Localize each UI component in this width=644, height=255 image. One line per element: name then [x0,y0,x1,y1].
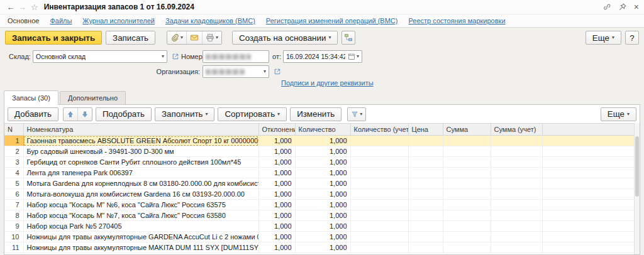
menu-item-registracia-izmeneniy[interactable]: Регистрация изменений операций (ВМС) [266,17,398,24]
cell-nomenclature[interactable]: Бур садовый шнековый - 39491-300 D-300 м… [23,146,258,157]
cell-sum-acc[interactable] [491,168,542,178]
send-email-button[interactable] [186,31,202,44]
cell-price[interactable] [408,200,443,210]
subordination-structure-button[interactable] [341,31,355,45]
get-link-button[interactable] [602,3,611,11]
organization-open-button[interactable] [272,65,283,78]
sort-button[interactable]: Сортировать ▾ [218,107,287,121]
cell-nomenclature[interactable]: Набор косца "Косарь М" №6, коса "Сайга Л… [23,200,258,210]
cell-deviation[interactable]: 1,000 [258,242,295,253]
forward-button[interactable]: → [16,1,28,13]
cell-nomenclature[interactable]: Ножницы для травы аккумуляторные MAKITA … [23,242,258,253]
print-button[interactable]: ▾ [202,31,221,44]
attached-files-button[interactable]: ▾ [167,31,186,44]
col-header-quantity-acc[interactable]: Количество (учет) [350,124,408,136]
cell-quantity-acc[interactable] [350,221,408,232]
col-header-deviation[interactable]: Отклонение [258,124,295,136]
cell-quantity-acc[interactable] [350,242,408,253]
menu-item-zadachi-kladovschikov[interactable]: Задачи кладовщиков (ВМС) [165,17,255,24]
cell-price[interactable] [408,232,443,242]
table-row[interactable]: 2 Бур садовый шнековый - 39491-300 D-300… [4,146,640,157]
table-row[interactable]: 9 Набор косца Park №5 270405 1,000 1,000 [4,221,640,232]
help-button[interactable]: ? [625,31,639,45]
table-row[interactable]: 5 Мотыга Gardena для корнеплодных 8 см 0… [4,178,640,189]
move-row-up-button[interactable] [64,108,77,121]
cell-price[interactable] [408,136,443,146]
cell-price[interactable] [408,189,443,200]
scrollbar-thumb[interactable] [635,136,639,197]
filter-button[interactable]: ▾ [348,108,365,121]
cell-sum[interactable] [443,178,491,189]
cell-sum-acc[interactable] [491,189,542,200]
fill-button[interactable]: Заполнить ▾ [155,107,214,121]
cell-sum-acc[interactable] [491,210,542,221]
cell-sum-acc[interactable] [491,232,542,242]
calendar-icon[interactable] [348,53,355,60]
warehouse-open-button[interactable] [170,50,181,63]
cell-sum[interactable] [443,232,491,242]
menu-item-zhurnal-ispolniteley[interactable]: Журнал исполнителей [82,17,155,24]
cell-sum-acc[interactable] [491,157,542,168]
pin-button[interactable] [618,3,627,11]
cell-quantity[interactable]: 1,000 [295,232,350,242]
col-header-price[interactable]: Цена [408,124,443,136]
edit-button[interactable]: Изменить [290,107,341,121]
chevron-down-icon[interactable]: ▾ [159,54,164,59]
cell-quantity-acc[interactable] [350,189,408,200]
cell-quantity[interactable]: 1,000 [295,221,350,232]
create-based-on-button[interactable]: Создать на основании ▾ [232,31,338,45]
cell-sum[interactable] [443,136,491,146]
signatures-link[interactable]: Подписи и другие реквизиты [281,79,374,87]
tab-dopolnitelno[interactable]: Дополнительно [60,91,126,104]
back-button[interactable]: ← [5,1,16,13]
col-header-n[interactable]: N [4,124,23,136]
cell-price[interactable] [408,146,443,157]
cell-quantity-acc[interactable] [350,200,408,210]
cell-quantity-acc[interactable] [350,146,408,157]
save-button[interactable]: Записать [106,31,155,45]
cell-sum[interactable] [443,200,491,210]
table-row[interactable]: 8 Набор косца "Косарь М" №7, коса "Сайга… [4,210,640,221]
cell-quantity[interactable]: 1,000 [295,168,350,178]
col-header-nomenclature[interactable]: Номенклатура [23,124,258,136]
cell-sum[interactable] [443,157,491,168]
menu-item-reestr-markirovki[interactable]: Реестр состояния маркировки [408,17,505,24]
cell-quantity-acc[interactable] [350,178,408,189]
cell-quantity[interactable]: 1,000 [295,189,350,200]
cell-nomenclature[interactable]: Газонная травосмесь ABSOLUTE GREEN Абсол… [23,136,258,146]
cell-quantity[interactable]: 1,000 [295,242,350,253]
table-row[interactable]: 4 Лента для тапенера Park 006397 1,000 1… [4,168,640,178]
vertical-scrollbar[interactable] [634,123,640,254]
cell-sum-acc[interactable] [491,146,542,157]
cell-nomenclature[interactable]: Ножницы для травы аккумуляторные GARDENA… [23,232,258,242]
cell-deviation[interactable]: 1,000 [258,200,295,210]
cell-deviation[interactable]: 1,000 [258,157,295,168]
cell-sum-acc[interactable] [491,221,542,232]
cell-price[interactable] [408,242,443,253]
cell-price[interactable] [408,210,443,221]
cell-sum[interactable] [443,221,491,232]
cell-sum[interactable] [443,242,491,253]
cell-quantity-acc[interactable] [350,157,408,168]
col-header-quantity[interactable]: Количество [295,124,350,136]
cell-quantity[interactable]: 1,000 [295,146,350,157]
cell-sum-acc[interactable] [491,200,542,210]
close-icon[interactable]: × [634,3,639,11]
table-row[interactable]: 6 Мотыга-волокуша для комбисистем Garden… [4,189,640,200]
chevron-down-icon[interactable]: ▾ [261,69,266,74]
table-row[interactable]: 7 Набор косца "Косарь М" №6, коса "Сайга… [4,200,640,210]
cell-nomenclature[interactable]: Лента для тапенера Park 006397 [23,168,258,178]
cell-sum[interactable] [443,146,491,157]
cell-quantity[interactable]: 1,000 [295,136,350,146]
cell-sum-acc[interactable] [491,242,542,253]
col-header-sum-acc[interactable]: Сумма (учет) [491,124,542,136]
cell-deviation[interactable]: 1,000 [258,136,295,146]
cell-nomenclature[interactable]: Набор косца "Косарь М" №7, коса "Сайга Л… [23,210,258,221]
more-button[interactable]: Еще ▾ [586,31,621,45]
date-input[interactable]: 16.09.2024 15:34:42 ▾ [283,50,362,63]
organization-select[interactable]: ▾ [203,65,269,78]
number-input[interactable] [203,50,269,63]
col-header-sum[interactable]: Сумма [443,124,491,136]
chevron-down-icon[interactable]: ▾ [357,54,359,59]
cell-sum-acc[interactable] [491,178,542,189]
